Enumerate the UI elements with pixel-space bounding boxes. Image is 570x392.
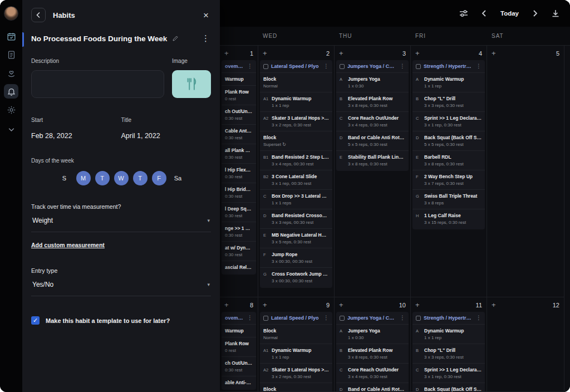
filter-sliders-icon[interactable] bbox=[459, 9, 468, 18]
avatar[interactable] bbox=[4, 6, 18, 21]
edit-pencil-icon[interactable] bbox=[172, 35, 179, 42]
kebab-menu-icon[interactable]: ⋮ bbox=[476, 315, 481, 321]
add-workout-button[interactable]: + bbox=[263, 302, 267, 308]
exercise-row[interactable]: B1Band Resisted 2 Step Late...3 x 4 reps… bbox=[260, 150, 332, 170]
add-workout-button[interactable]: + bbox=[339, 51, 343, 56]
exercise-row[interactable]: GSwiss Ball Triple Threat3 x 8 reps bbox=[412, 189, 485, 209]
workout-checkbox[interactable] bbox=[340, 316, 345, 321]
day-toggle[interactable]: T bbox=[133, 171, 148, 185]
day-toggle[interactable]: M bbox=[76, 171, 91, 185]
block-row[interactable]: BlockNormal bbox=[260, 324, 332, 344]
workout-checkbox[interactable] bbox=[416, 64, 421, 69]
exercise-row[interactable]: ch Out/Under0:30 rest bbox=[222, 105, 256, 124]
workout-title[interactable]: Strength / Hypertro... bbox=[424, 63, 473, 69]
measurement-select[interactable]: Weight ▾ bbox=[31, 210, 211, 232]
add-custom-measurement-link[interactable]: Add custom measurement bbox=[31, 242, 105, 248]
workout-title[interactable]: Jumpers Yoga / Core bbox=[347, 315, 397, 321]
download-icon[interactable] bbox=[551, 9, 560, 18]
exercise-row[interactable]: AJumpers Yoga1 x 0:30 bbox=[336, 324, 409, 344]
exercise-row[interactable]: A2Skater 3 Lateral Hops >> ...3 x 2 reps… bbox=[260, 111, 332, 131]
add-workout-button[interactable]: + bbox=[339, 302, 343, 308]
template-checkbox[interactable]: ✓ bbox=[31, 316, 40, 325]
workout-checkbox[interactable] bbox=[263, 64, 268, 69]
add-workout-button[interactable]: + bbox=[224, 302, 229, 308]
exercise-row[interactable]: A1Dynamic Warmup1 x 1 rep bbox=[260, 344, 332, 363]
bell-icon[interactable] bbox=[4, 84, 18, 99]
add-workout-button[interactable]: + bbox=[263, 51, 267, 56]
add-workout-button[interactable]: + bbox=[415, 51, 420, 56]
block-row[interactable]: BlockNormal bbox=[260, 72, 332, 92]
calendar-icon[interactable] bbox=[4, 29, 18, 43]
add-workout-button[interactable]: + bbox=[224, 51, 229, 56]
exercise-row[interactable]: Warmup bbox=[222, 72, 256, 85]
exercise-row[interactable]: BChop "L" Drill3 x 3 reps, 0:30 rest bbox=[412, 344, 485, 363]
heart-hands-icon[interactable] bbox=[4, 66, 18, 80]
workout-title[interactable]: Lateral Speed / Plyo bbox=[271, 63, 321, 69]
exercise-row[interactable]: H1 Leg Calf Raise3 x 15 reps, 0:30 rest bbox=[412, 209, 485, 228]
exercise-row[interactable]: DBand or Cable Anti Rotati... bbox=[336, 383, 409, 392]
kebab-menu-icon[interactable]: ⋮ bbox=[323, 63, 329, 69]
habit-image-thumbnail[interactable] bbox=[172, 70, 211, 98]
day-toggle[interactable]: T bbox=[95, 171, 110, 185]
exercise-row[interactable]: BChop "L" Drill3 x 3 reps, 0:30 rest bbox=[412, 92, 485, 111]
day-toggle[interactable]: W bbox=[114, 171, 129, 185]
workout-title[interactable]: Jumpers Yoga / Core bbox=[347, 63, 397, 69]
chevron-left-icon[interactable] bbox=[480, 9, 489, 18]
exercise-row[interactable]: ADynamic Warmup1 x 1 rep bbox=[412, 324, 485, 344]
exercise-row[interactable]: Warmup bbox=[222, 324, 256, 337]
today-button[interactable]: Today bbox=[500, 10, 519, 17]
exercise-row[interactable]: CCore Reach Out/Under3 x 4 reps, 0:30 re… bbox=[336, 111, 409, 131]
exercise-row[interactable]: CSprint >> 1 Leg Declarations3 x 1 rep, … bbox=[412, 363, 485, 383]
entry-type-select[interactable]: Yes/No ▾ bbox=[31, 274, 211, 296]
kebab-menu-icon[interactable]: ⋮ bbox=[247, 315, 253, 321]
add-workout-button[interactable]: + bbox=[492, 51, 496, 56]
exercise-row[interactable]: CBox Drop >> 3 Lateral H...1 x 1 reps bbox=[260, 189, 332, 209]
exercise-row[interactable]: F2 Way Bench Step Up3 x 7 reps, 0:30 res… bbox=[412, 170, 485, 189]
exercise-row[interactable]: DBack Squat (Back Off Set) bbox=[412, 383, 485, 392]
workout-title[interactable]: Lateral Speed / Plyo bbox=[271, 315, 321, 321]
exercise-row[interactable]: DBand or Cable Anti Rotati...5 x 5 reps,… bbox=[336, 131, 409, 150]
day-toggle[interactable]: F bbox=[152, 171, 166, 185]
block-row[interactable]: BlockSuperset ↻ bbox=[260, 131, 332, 150]
kebab-menu-icon[interactable]: ⋮ bbox=[400, 63, 405, 69]
back-button[interactable] bbox=[31, 8, 46, 22]
workout-title[interactable]: Strength / Hypertro... bbox=[424, 315, 473, 321]
chevron-down-icon[interactable] bbox=[4, 122, 18, 136]
exercise-row[interactable]: able Anti-Rotati... bbox=[222, 376, 256, 389]
exercise-row[interactable]: EStability Ball Plank Linear ...3 x 8 re… bbox=[336, 150, 409, 170]
exercise-row[interactable]: ch Out/Under0:30 rest bbox=[222, 356, 256, 376]
gear-icon[interactable] bbox=[4, 102, 18, 117]
exercise-row[interactable]: BElevated Plank Row3 x 8 reps, 0:30 rest bbox=[336, 92, 409, 111]
exercise-row[interactable]: A2Skater 3 Lateral Hops >> ...3 x 2 reps… bbox=[260, 363, 332, 383]
exercise-row[interactable]: EMB Negative Lateral Hop...3 x 5 reps, 0… bbox=[260, 228, 332, 248]
exercise-row[interactable]: l Deep Squat Mo...0:30 rest bbox=[222, 202, 256, 222]
workout-checkbox[interactable] bbox=[416, 316, 421, 321]
exercise-row[interactable]: all Plank Linear ...0:30 rest bbox=[222, 144, 256, 163]
exercise-row[interactable]: l Hip Flexor Rais...0:30 rest bbox=[222, 163, 256, 183]
chevron-right-icon[interactable] bbox=[530, 9, 539, 18]
description-input[interactable] bbox=[31, 70, 164, 98]
exercise-row[interactable]: FJump Rope3 x 00:30, 00:30 rest bbox=[260, 248, 332, 267]
exercise-row[interactable]: GCross Footwork Jump Rope3 x 00:30, 00:3… bbox=[260, 267, 332, 287]
exercise-row[interactable]: l Hip Bridge w/ ...0:30 rest bbox=[222, 183, 256, 202]
document-icon[interactable] bbox=[4, 47, 18, 62]
exercise-row[interactable]: CCore Reach Out/Under3 x 4 reps, 0:30 re… bbox=[336, 363, 409, 383]
day-toggle[interactable]: S bbox=[57, 175, 72, 182]
add-workout-button[interactable]: + bbox=[492, 302, 496, 308]
kebab-menu-icon[interactable]: ⋮ bbox=[323, 315, 329, 321]
kebab-menu-icon[interactable]: ⋮ bbox=[476, 63, 481, 69]
exercise-row[interactable]: AJumpers Yoga1 x 0:30 bbox=[336, 72, 409, 92]
workout-title[interactable]: ovement Q... bbox=[225, 63, 244, 69]
exercise-row[interactable]: EBarbell RDL3 x 8 reps, 0:30 rest bbox=[412, 150, 485, 170]
exercise-row[interactable]: B23 Cone Lateral Slide3 x 1 rep, 00:30 r… bbox=[260, 170, 332, 189]
exercise-row[interactable]: BElevated Plank Row3 x 8 reps, 0:30 rest bbox=[336, 344, 409, 363]
start-date-value[interactable]: Feb 28, 2022 bbox=[31, 132, 121, 140]
exercise-row[interactable]: nge >> 1 Leg St...0:30 rest bbox=[222, 222, 256, 241]
exercise-row[interactable]: ascial Release C... bbox=[222, 261, 256, 273]
workout-checkbox[interactable] bbox=[340, 64, 345, 69]
kebab-menu-icon[interactable]: ⋮ bbox=[200, 33, 211, 43]
kebab-menu-icon[interactable]: ⋮ bbox=[400, 315, 405, 321]
add-workout-button[interactable]: + bbox=[415, 302, 420, 308]
kebab-menu-icon[interactable]: ⋮ bbox=[247, 63, 253, 69]
exercise-row[interactable]: Cable Anti-Rotati...0:30 rest bbox=[222, 124, 256, 144]
